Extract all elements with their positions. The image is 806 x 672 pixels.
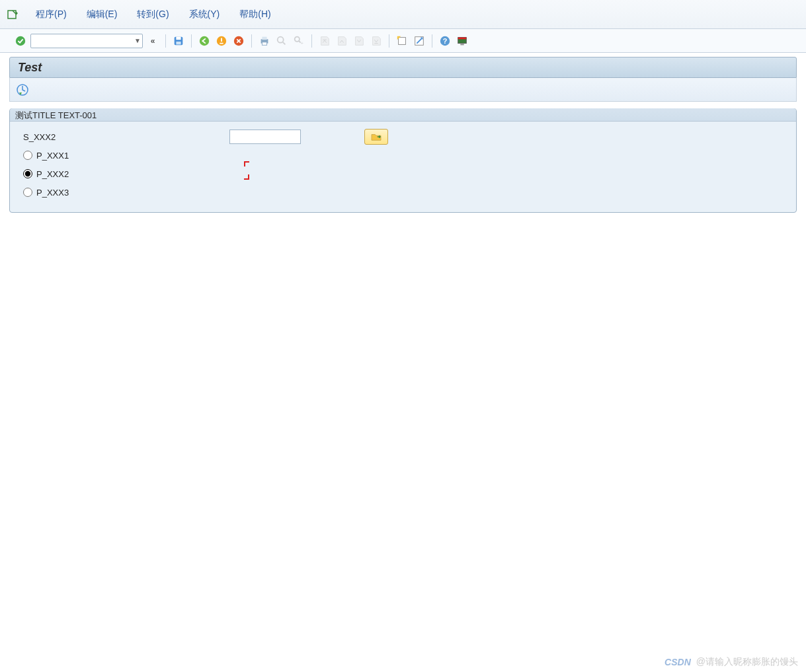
footer-watermark: CSDN @请输入昵称膨胀的馒头 (665, 656, 798, 668)
svg-rect-5 (176, 41, 181, 44)
collapse-icon[interactable]: « (145, 34, 160, 48)
application-toolbar (9, 78, 797, 102)
select-option-row: S_XXX2 (19, 128, 787, 146)
svg-rect-11 (262, 42, 266, 45)
toolbar-separator (251, 34, 252, 48)
field-label-sxxx2: S_XXX2 (19, 132, 224, 142)
layout-icon[interactable] (455, 34, 469, 48)
toolbar-separator (165, 34, 166, 48)
prev-page-icon (335, 34, 349, 48)
save-icon[interactable] (171, 34, 186, 48)
focus-corner-icon (244, 161, 249, 167)
radio-pxxx3[interactable] (23, 188, 32, 197)
radio-pxxx2[interactable] (23, 169, 32, 178)
menu-help[interactable]: 帮助(H) (237, 7, 273, 22)
toolbar-separator (389, 34, 389, 48)
shortcut-icon[interactable] (412, 34, 426, 48)
svg-rect-10 (262, 36, 266, 40)
menu-program[interactable]: 程序(P) (33, 7, 69, 22)
field-input-sxxx2[interactable] (229, 130, 301, 144)
watermark-text: @请输入昵称膨胀的馒头 (696, 656, 798, 668)
svg-point-12 (278, 36, 284, 42)
menu-goto[interactable]: 转到(G) (134, 7, 171, 22)
focus-corner-icon (244, 174, 249, 180)
page-title-bar: Test (9, 57, 797, 78)
svg-point-2 (16, 36, 25, 45)
group-title: 测试TITLE TEXT-001 (10, 108, 796, 122)
command-field[interactable]: ▼ (30, 34, 143, 48)
toolbar-separator (311, 34, 312, 48)
selection-group: 测试TITLE TEXT-001 S_XXX2 P_XXX1 P_XXX2 P_… (9, 108, 797, 213)
multiple-selection-button[interactable] (364, 129, 388, 145)
toolbar: ▼ « + ? (0, 29, 806, 53)
svg-text:+: + (301, 40, 303, 46)
page-title: Test (18, 61, 42, 75)
radio-pxxx1-label: P_XXX1 (36, 151, 69, 161)
help-icon[interactable]: ? (438, 34, 452, 48)
svg-line-13 (283, 42, 286, 44)
exit-icon[interactable] (214, 34, 229, 48)
ok-icon[interactable] (13, 34, 28, 48)
svg-rect-26 (458, 37, 467, 39)
first-page-icon (317, 34, 332, 48)
cancel-icon[interactable] (231, 34, 246, 48)
svg-rect-4 (176, 36, 181, 40)
radio-pxxx1-row: P_XXX1 (19, 146, 787, 165)
radio-pxxx3-row: P_XXX3 (19, 183, 787, 202)
radio-pxxx2-row: P_XXX2 (19, 165, 787, 183)
find-next-icon: + (292, 34, 306, 48)
svg-rect-27 (460, 44, 463, 45)
folder-open-icon (370, 132, 382, 141)
radio-pxxx1[interactable] (23, 151, 32, 160)
csdn-logo: CSDN (665, 657, 691, 667)
menu-edit[interactable]: 编辑(E) (84, 7, 120, 22)
next-page-icon (352, 34, 366, 48)
app-menu-icon[interactable] (7, 9, 19, 20)
radio-pxxx3-label: P_XXX3 (36, 188, 69, 198)
menu-bar: 程序(P) 编辑(E) 转到(G) 系统(Y) 帮助(H) (0, 0, 806, 29)
svg-point-14 (295, 36, 300, 41)
new-session-icon[interactable] (395, 34, 409, 48)
svg-rect-19 (399, 37, 406, 44)
command-input[interactable] (32, 36, 134, 46)
radio-pxxx2-label: P_XXX2 (36, 169, 69, 179)
svg-text:?: ? (443, 36, 448, 44)
print-icon[interactable] (257, 34, 272, 48)
dropdown-caret-icon[interactable]: ▼ (134, 37, 141, 44)
back-icon[interactable] (197, 34, 212, 48)
toolbar-separator (191, 34, 192, 48)
svg-rect-0 (8, 11, 16, 19)
toolbar-separator (432, 34, 432, 48)
execute-icon[interactable] (15, 83, 30, 97)
menu-system[interactable]: 系统(Y) (186, 7, 223, 22)
last-page-icon (369, 34, 383, 48)
find-icon (274, 34, 289, 48)
svg-marker-1 (16, 11, 18, 15)
svg-point-6 (200, 36, 209, 45)
